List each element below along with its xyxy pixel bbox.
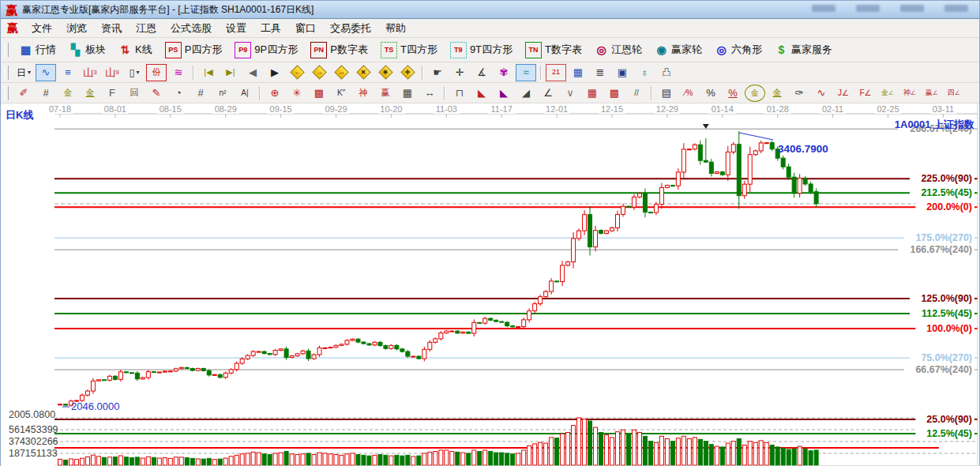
diamond-right-icon[interactable]: →: [309, 64, 329, 81]
menu-item-工具[interactable]: 工具: [253, 21, 288, 36]
t-square-button[interactable]: TST四方形: [374, 40, 444, 59]
gann-circle-icon[interactable]: ⊕: [265, 85, 285, 102]
si-angle-icon[interactable]: 四∠: [944, 85, 964, 102]
market-quotes-button[interactable]: ▦行情: [13, 40, 62, 59]
calculator-icon[interactable]: ▦: [568, 64, 588, 81]
step-forward-icon[interactable]: ▶: [265, 64, 285, 81]
f-grid-icon[interactable]: F: [102, 85, 122, 102]
info-panel-icon[interactable]: ≡: [58, 64, 78, 81]
shen-tool-icon[interactable]: 神: [353, 85, 374, 102]
menu-item-资讯[interactable]: 资讯: [94, 21, 129, 36]
time-cycle-icon[interactable]: ◔: [168, 85, 189, 102]
menu-item-文件[interactable]: 文件: [24, 21, 59, 36]
candle-style-icon[interactable]: ▯▾: [124, 64, 145, 81]
gold-grid-2-icon[interactable]: 金: [80, 85, 100, 102]
angle-lines-icon[interactable]: ∠: [538, 85, 558, 102]
parallel-lines-icon[interactable]: //: [626, 85, 647, 102]
winner-wheel-button[interactable]: ◉赢家轮: [648, 40, 708, 59]
percent-icon[interactable]: %: [700, 85, 721, 102]
box-measure-icon[interactable]: ⊓: [449, 85, 470, 102]
toolbar-grip[interactable]: [5, 86, 9, 100]
diamond-star-icon[interactable]: ✳: [375, 64, 396, 81]
menu-item-浏览[interactable]: 浏览: [59, 21, 94, 36]
p-number-table-button[interactable]: PNP数字表: [304, 40, 374, 59]
bars-9-icon[interactable]: 山9: [102, 64, 122, 81]
bar-stats-icon[interactable]: ▤: [656, 85, 677, 102]
jump-first-icon[interactable]: |◀: [198, 64, 219, 81]
menu-item-窗口[interactable]: 窗口: [288, 21, 323, 36]
shen-angle-icon[interactable]: 神∠: [899, 85, 920, 102]
network-icon[interactable]: ♁: [634, 64, 655, 81]
grid-red-2-icon[interactable]: ▩: [604, 85, 625, 102]
calendar-icon[interactable]: 21: [546, 64, 566, 81]
date-label: 02-25: [877, 104, 899, 114]
sectors-button[interactable]: ▚板块: [62, 40, 112, 59]
wave-red-icon[interactable]: ∿: [811, 85, 832, 102]
square-web-icon[interactable]: ▩: [309, 85, 329, 102]
gold-angle-icon[interactable]: 金∠: [877, 85, 898, 102]
grid-tool-2-icon[interactable]: #: [190, 85, 211, 102]
menu-item-帮助[interactable]: 帮助: [378, 21, 413, 36]
kline-chart[interactable]: 07-1808-0108-1508-2909-1509-2910-2011-03…: [1, 103, 979, 466]
menu-item-江恩[interactable]: 江恩: [129, 21, 163, 36]
printer-icon[interactable]: 凸: [656, 64, 677, 81]
gann-fan-red-icon[interactable]: ◣: [471, 85, 492, 102]
diamond-cross-icon[interactable]: ✛: [397, 64, 418, 81]
span-arrow-icon[interactable]: ↔: [419, 85, 440, 102]
gann-fan-dark-icon[interactable]: ◢: [516, 85, 536, 102]
menu-item-交易委托[interactable]: 交易委托: [323, 21, 378, 36]
diamond-left-right-icon[interactable]: ↔: [331, 64, 351, 81]
percent-slash-icon[interactable]: ∕%: [678, 85, 699, 102]
9p-square-button[interactable]: P99P四方形: [228, 40, 304, 59]
spiral-grid-icon[interactable]: 回: [124, 85, 145, 102]
title-bar[interactable]: 赢 赢家江恩专业版[赢家内部服务平台] - [上证指数 SH1A0001-167…: [1, 1, 979, 19]
marker-pen-icon[interactable]: ✎: [146, 85, 167, 102]
zigzag-mode-icon[interactable]: ∿: [36, 64, 56, 81]
p-square-button[interactable]: PSP四方形: [159, 40, 229, 59]
gann-wheel-button[interactable]: ◎江恩轮: [588, 40, 648, 59]
j-angle-icon[interactable]: J∠: [833, 85, 854, 102]
crosshair-tool-icon[interactable]: ✛: [449, 64, 470, 81]
gann-fan-purple-icon[interactable]: ◣: [494, 85, 514, 102]
grid-tool-1-icon[interactable]: #: [36, 85, 56, 102]
wave-tool-icon[interactable]: ≈: [516, 64, 536, 81]
gold-grid-1-icon[interactable]: 金: [58, 85, 78, 102]
hand-tool-icon[interactable]: ☛: [427, 64, 448, 81]
candle-pen-icon[interactable]: ✑: [789, 85, 809, 102]
wave-lines-icon[interactable]: ∨: [560, 85, 580, 102]
jump-last-icon[interactable]: ▶|: [220, 64, 241, 81]
k-mark-icon[interactable]: K″: [331, 85, 351, 102]
percent-line-icon[interactable]: %: [723, 85, 743, 102]
histogram-tool-icon[interactable]: ≋: [168, 64, 189, 81]
angle-tool-icon[interactable]: ∡: [471, 64, 492, 81]
gold-circle-icon[interactable]: 金: [745, 85, 765, 102]
kline-button[interactable]: ⇅K线: [112, 40, 159, 59]
diamond-close-icon[interactable]: ✕: [353, 64, 374, 81]
bars-3-icon[interactable]: 山3: [80, 64, 100, 81]
diamond-left-icon[interactable]: ←: [287, 64, 307, 81]
grid-red-1-icon[interactable]: ▦: [582, 85, 603, 102]
fen-tool-icon[interactable]: 份: [146, 64, 167, 81]
star-web-icon[interactable]: ✳: [287, 85, 307, 102]
f-angle-icon[interactable]: F∠: [855, 85, 876, 102]
step-back-icon[interactable]: ◀: [242, 64, 263, 81]
ying-tool-icon[interactable]: 赢: [375, 85, 396, 102]
menu-item-公式选股[interactable]: 公式选股: [163, 21, 219, 36]
n-square-icon[interactable]: n²: [212, 85, 233, 102]
gann-flower-tool-icon[interactable]: ✾: [494, 64, 514, 81]
pen-tool-icon[interactable]: ✐: [13, 85, 34, 102]
winner-service-button[interactable]: $赢家服务: [768, 40, 839, 59]
toolbar-grip[interactable]: [5, 43, 9, 57]
menu-item-设置[interactable]: 设置: [219, 21, 253, 36]
period-day-icon[interactable]: 日▾: [13, 64, 34, 81]
toolbar-grip[interactable]: [5, 66, 9, 80]
mirror-tool-icon[interactable]: A|: [235, 85, 255, 102]
save-icon[interactable]: ▣: [612, 64, 633, 81]
9t-square-button[interactable]: T99T四方形: [444, 40, 519, 59]
gold-line-icon[interactable]: 金: [767, 85, 787, 102]
ying-angle-icon[interactable]: 赢∠: [922, 85, 942, 102]
t-number-table-button[interactable]: TNT数字表: [519, 40, 588, 59]
hexagon-button[interactable]: ◎六角形: [708, 40, 768, 59]
grid-123-icon[interactable]: ▦: [397, 85, 418, 102]
notes-icon[interactable]: ≣: [590, 64, 610, 81]
